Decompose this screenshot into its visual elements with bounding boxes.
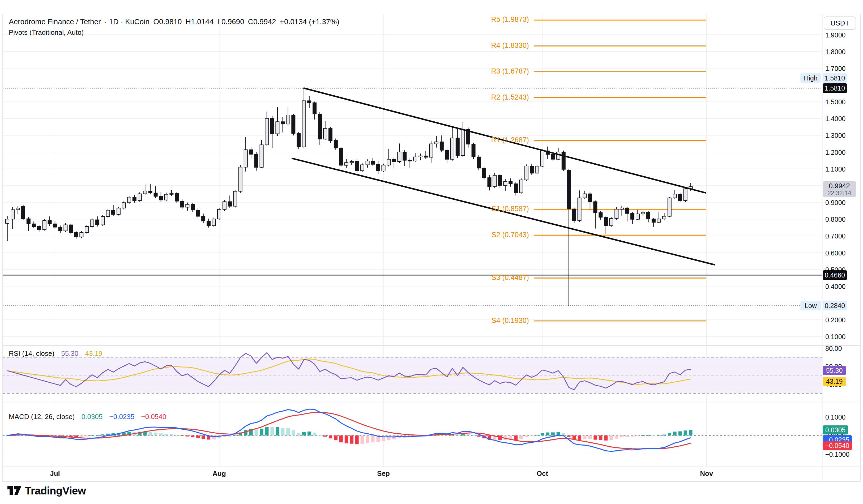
low-marker-label: Low bbox=[800, 301, 821, 311]
macd-hist-badge: 0.0305 bbox=[823, 425, 848, 434]
macd-hist-value: 0.0305 bbox=[82, 413, 103, 420]
macd-line-value: −0.0235 bbox=[109, 413, 135, 420]
high-price-badge: 1.5810 bbox=[823, 84, 847, 93]
hline-price-badge: 0.4660 bbox=[823, 270, 847, 280]
pivot-label-s2: S2 (0.7043) bbox=[0, 231, 529, 239]
pivot-label-r4: R4 (1.8330) bbox=[0, 41, 529, 50]
price-tick-1.9000: 1.9000 bbox=[825, 32, 846, 39]
price-tick-1.2000: 1.2000 bbox=[825, 149, 846, 156]
tradingview-logo[interactable]: TradingView bbox=[8, 485, 86, 497]
macd-label: MACD (12, 26, close) bbox=[9, 413, 75, 420]
price-tick-1.5000: 1.5000 bbox=[825, 98, 846, 106]
pivot-label-r2: R2 (1.5243) bbox=[0, 93, 529, 101]
macd-tick-0.1000: 0.1000 bbox=[825, 414, 846, 421]
high-marker-label: High bbox=[800, 73, 821, 83]
chart-canvas[interactable] bbox=[0, 0, 863, 504]
high-marker-value: 1.5810 bbox=[823, 73, 847, 83]
last-price-value: 0.9942 bbox=[823, 182, 856, 190]
price-tick-0.7000: 0.7000 bbox=[825, 232, 846, 240]
price-tick-0.8000: 0.8000 bbox=[825, 216, 846, 223]
price-tick-1.4000: 1.4000 bbox=[825, 115, 846, 123]
tradingview-logo-text: TradingView bbox=[25, 485, 86, 497]
price-tick-1.8000: 1.8000 bbox=[825, 48, 846, 56]
rsi-value-badge: 55.30 bbox=[823, 366, 846, 375]
pivot-label-s1: S1 (0.8587) bbox=[0, 205, 529, 213]
price-tick-0.2000: 0.2000 bbox=[825, 316, 846, 324]
rsi-ma-value: 43.19 bbox=[85, 350, 102, 357]
time-axis-label-sep: Sep bbox=[367, 469, 399, 478]
price-tick-1.1000: 1.1000 bbox=[825, 165, 846, 173]
rsi-ma-value-badge: 43.19 bbox=[823, 377, 846, 386]
pivot-label-s3: S3 (0.4487) bbox=[0, 274, 529, 282]
price-tick-1.3000: 1.3000 bbox=[825, 132, 846, 139]
macd-signal-value: −0.0540 bbox=[141, 413, 166, 420]
time-scale[interactable]: JulAugSepOctNov bbox=[3, 467, 822, 481]
macd-signal-badge: −0.0540 bbox=[823, 441, 852, 450]
pivot-label-s4: S4 (0.1930) bbox=[0, 316, 529, 325]
price-tick-1.7000: 1.7000 bbox=[825, 65, 846, 73]
low-marker-value: 0.2840 bbox=[823, 301, 847, 311]
pivot-label-r3: R3 (1.6787) bbox=[0, 67, 529, 75]
rsi-label: RSI (14, close) bbox=[9, 350, 54, 357]
tradingview-logo-icon bbox=[8, 486, 21, 496]
time-axis-label-nov: Nov bbox=[691, 469, 723, 478]
macd-tick-−0.1000: −0.1000 bbox=[825, 451, 849, 458]
time-axis-label-oct: Oct bbox=[526, 469, 558, 478]
price-tick-0.9000: 0.9000 bbox=[825, 199, 846, 206]
indicator-legend-pivots: Pivots (Traditional, Auto) bbox=[9, 28, 343, 37]
pivot-label-r5: R5 (1.9873) bbox=[0, 15, 529, 24]
rsi-legend: RSI (14, close) 55.30 43.19 bbox=[9, 350, 107, 358]
rsi-value: 55.30 bbox=[61, 350, 78, 357]
price-scale[interactable]: USDT 1.90001.80001.70001.60001.50001.400… bbox=[822, 14, 863, 481]
last-price-badge: 0.994222:32:14 bbox=[823, 181, 856, 197]
macd-legend: MACD (12, 26, close) 0.0305 −0.0235 −0.0… bbox=[9, 413, 171, 421]
time-axis-label-jul: Jul bbox=[39, 469, 71, 478]
pivot-label-r1: R1 (1.2687) bbox=[0, 136, 529, 144]
price-tick-0.1000: 0.1000 bbox=[825, 333, 846, 341]
bar-countdown: 22:32:14 bbox=[823, 190, 856, 196]
currency-button[interactable]: USDT bbox=[824, 16, 856, 30]
rsi-tick-80.00: 80.00 bbox=[825, 345, 842, 352]
price-tick-0.4000: 0.4000 bbox=[825, 283, 846, 290]
time-axis-label-aug: Aug bbox=[203, 469, 235, 478]
price-tick-0.6000: 0.6000 bbox=[825, 249, 846, 257]
